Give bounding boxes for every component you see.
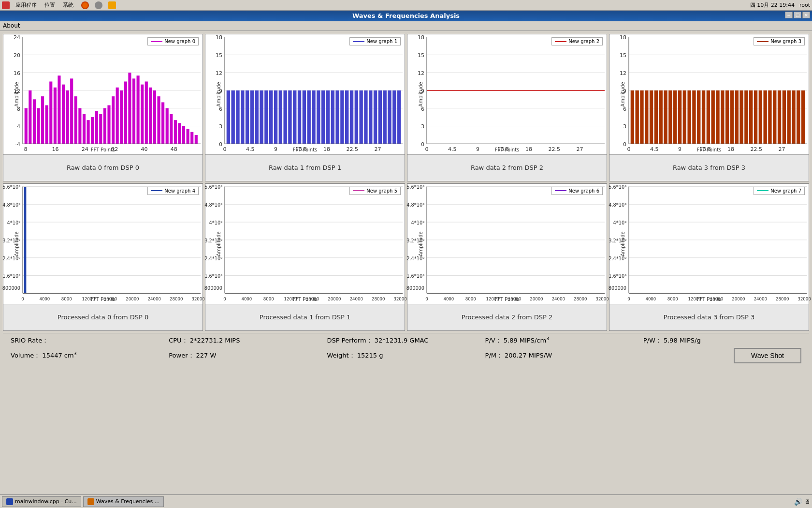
legend-text-3: New graph 3 [770, 39, 801, 44]
graph-panel-4: Amplitude FFT Points New graph 4 5.6*10⁹… [3, 183, 203, 331]
svg-rect-55 [170, 114, 173, 144]
system-info: 四 10月 22 19:44 root [750, 1, 810, 9]
svg-text:-4: -4 [15, 141, 20, 148]
svg-rect-30 [66, 90, 69, 144]
graph-panel-3: Amplitude FFT Points New graph 3 18 15 [609, 34, 809, 181]
svg-rect-87 [236, 90, 239, 144]
svg-text:8000: 8000 [263, 297, 274, 301]
taskbar-cpp-button[interactable]: mainwindow.cpp - Cu... [2, 496, 81, 507]
svg-rect-172 [645, 90, 648, 144]
chart-label-4: Processed data 0 from DSP 0 [3, 304, 203, 330]
network-icon: 🖥 [804, 498, 810, 505]
chart-area-4: Amplitude FFT Points New graph 4 5.6*10⁹… [3, 184, 203, 304]
svg-text:4000: 4000 [39, 297, 50, 301]
svg-rect-190 [730, 90, 734, 144]
svg-text:27: 27 [778, 146, 785, 152]
svg-rect-205 [801, 90, 805, 144]
legend-text-1: New graph 1 [366, 39, 397, 44]
chart-area-5: Amplitude FFT Points New graph 5 5.6*10⁹… [205, 184, 405, 304]
chart-svg-2: 18 15 12 9 6 3 0 0 4.5 9 13.5 18 22.5 27 [427, 36, 605, 145]
status-row-2: Volume： 15447 cm3 Power： 227 W Weight： 1… [11, 348, 801, 363]
svg-rect-204 [797, 90, 800, 144]
y-label-4: Amplitude [14, 231, 19, 256]
svg-text:2.4*10⁹: 2.4*10⁹ [609, 255, 626, 261]
svg-rect-113 [359, 90, 362, 144]
svg-rect-169 [631, 90, 634, 144]
icon2 [95, 1, 102, 9]
svg-text:32000: 32000 [595, 297, 609, 301]
svg-text:24000: 24000 [552, 297, 565, 301]
power-label: Power： [169, 351, 194, 360]
status-row-1: SRIO Rate： CPU： 2*22731.2 MIPS DSP Perfo… [11, 336, 801, 345]
svg-rect-31 [70, 78, 73, 144]
svg-text:48: 48 [171, 146, 177, 152]
graph-row-1: Amplitude FFT Points New graph 0 24 [3, 34, 809, 181]
svg-rect-32 [74, 96, 77, 144]
wave-shot-item: Wave Shot [643, 348, 801, 363]
svg-rect-197 [763, 90, 767, 144]
svg-text:18: 18 [525, 146, 532, 152]
svg-rect-51 [153, 90, 156, 144]
legend-text-2: New graph 2 [568, 39, 599, 44]
svg-text:24000: 24000 [350, 297, 363, 301]
minimize-button[interactable]: − [785, 12, 793, 18]
chart-label-5: Processed data 1 from DSP 1 [205, 304, 405, 330]
weight-value: 15215 g [357, 352, 383, 359]
chart-svg-0: 24 20 16 12 8 4 -4 8 16 24 32 40 48 [23, 36, 201, 145]
menu-apps[interactable]: 应用程序 [15, 1, 37, 9]
svg-text:8000: 8000 [465, 297, 476, 301]
svg-text:4.5: 4.5 [246, 146, 255, 152]
chart-label-0: Raw data 0 from DSP 0 [3, 154, 203, 181]
graph-panel-1: Amplitude FFT Points New graph 1 18 15 [205, 34, 405, 181]
svg-text:20000: 20000 [732, 297, 745, 301]
taskbar-waves-button[interactable]: Waves & Frequencies ... [83, 496, 164, 507]
svg-text:20000: 20000 [126, 297, 139, 301]
ff-icon [81, 1, 89, 9]
legend-text-4: New graph 4 [164, 188, 195, 194]
legend-text-0: New graph 0 [164, 39, 195, 44]
wave-shot-button[interactable]: Wave Shot [734, 348, 801, 363]
about-menu[interactable]: About [3, 22, 20, 29]
svg-text:24: 24 [14, 34, 20, 41]
svg-text:15: 15 [216, 52, 222, 59]
svg-rect-90 [250, 90, 254, 144]
svg-text:0: 0 [425, 146, 428, 152]
menu-location[interactable]: 位置 [44, 1, 55, 9]
speaker-icon: 🔊 [794, 498, 802, 506]
system-bar: 应用程序 位置 系统 四 10月 22 19:44 root [0, 0, 812, 11]
icon3 [108, 1, 116, 9]
svg-text:0: 0 [627, 146, 630, 152]
maximize-button[interactable]: □ [794, 12, 801, 18]
svg-rect-20 [25, 108, 28, 144]
taskbar: mainwindow.cpp - Cu... Waves & Frequenci… [0, 494, 812, 508]
svg-text:2.4*10⁹: 2.4*10⁹ [2, 255, 20, 261]
window-controls[interactable]: − □ × [785, 12, 810, 18]
svg-rect-60 [190, 132, 193, 144]
svg-text:0: 0 [223, 297, 226, 301]
graph-panel-7: Amplitude FFT Points New graph 7 5.6*10⁹… [609, 183, 809, 331]
svg-rect-231 [24, 187, 26, 294]
legend-5: New graph 5 [349, 187, 401, 195]
svg-text:24000: 24000 [754, 297, 767, 301]
svg-text:40: 40 [141, 146, 147, 152]
menu-bar[interactable]: About [0, 21, 812, 31]
close-button[interactable]: × [802, 12, 810, 18]
svg-text:8000: 8000 [61, 297, 72, 301]
svg-rect-28 [58, 75, 60, 144]
srio-label: SRIO Rate： [11, 336, 48, 345]
dsp-value: 32*1231.9 GMAC [375, 337, 429, 344]
svg-rect-185 [707, 90, 710, 144]
svg-text:22.5: 22.5 [548, 146, 560, 152]
svg-text:24: 24 [82, 146, 88, 152]
chart-area-3: Amplitude FFT Points New graph 3 18 15 [609, 34, 809, 154]
graph-row-2: Amplitude FFT Points New graph 4 5.6*10⁹… [3, 183, 809, 331]
svg-rect-92 [260, 90, 263, 144]
menu-system[interactable]: 系统 [63, 1, 73, 9]
svg-text:800000: 800000 [609, 285, 626, 291]
app-menus[interactable]: 应用程序 位置 系统 [2, 1, 750, 9]
window-title: Waves & Frequencies Analysis [352, 12, 460, 19]
svg-text:4*10⁹: 4*10⁹ [411, 220, 425, 225]
y-label-5: Amplitude [216, 231, 221, 256]
chart-label-3: Raw data 3 from DSP 3 [609, 154, 809, 181]
svg-text:28000: 28000 [776, 297, 789, 301]
